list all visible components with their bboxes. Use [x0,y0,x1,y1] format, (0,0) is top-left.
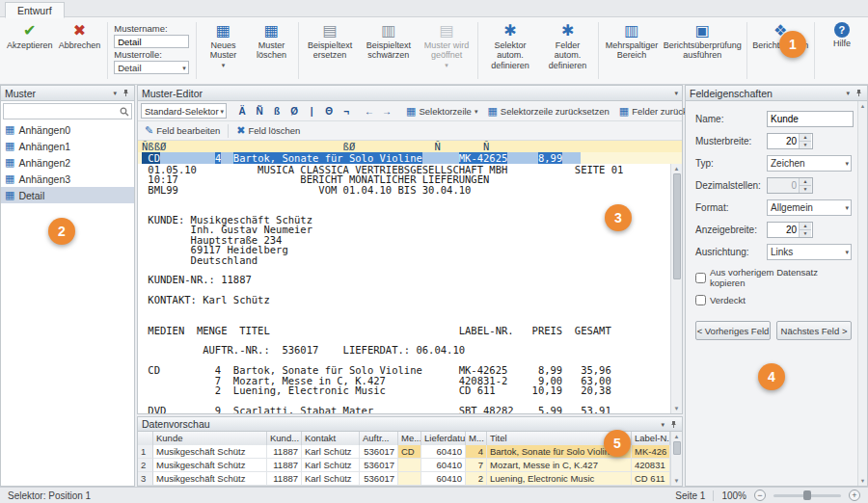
cell-label[interactable]: MK-426 [632,445,670,459]
cell-kunde[interactable]: Musikgeschäft Schütz [153,472,267,486]
scroll-down-icon[interactable]: ▼ [858,476,867,486]
cell-auftrag[interactable]: 536017 [360,459,398,472]
ausrichtung-select[interactable]: Links ▾ [767,244,852,260]
shift-left-button[interactable]: ← [362,103,377,119]
trap-blank-button[interactable]: ß [269,103,285,119]
col-header-auftrag[interactable]: Auftr... [360,432,398,446]
tab-entwurf[interactable]: Entwurf [5,2,65,18]
next-field-button[interactable]: Nächstes Feld > [776,321,852,340]
musterrolle-select[interactable]: Detail ▾ [114,61,189,74]
scroll-thumb[interactable] [673,173,681,279]
scroll-up-icon[interactable]: ▲ [671,432,682,441]
help-button[interactable]: ? Hilfe [818,19,866,82]
col-header-medien[interactable]: Me... [398,432,421,446]
auto-define-selector-button[interactable]: ✱ Selektor autom. definieren [480,19,540,82]
accept-button[interactable]: ✔ Akzeptieren [4,19,56,82]
panel-menu-icon[interactable]: ▾ [661,421,665,428]
report-sample-view[interactable]: 01.05.10 MUSICA CLASSICA VERTRIEBSGESELL… [138,164,682,413]
col-header-kunde[interactable]: Kunde [153,432,267,446]
cell-titel[interactable]: Mozart, Messe in C, K.427 [487,459,632,472]
scroll-thumb[interactable] [673,441,681,455]
cell-auftrag[interactable]: 536017 [360,445,398,459]
cell-auftrag[interactable]: 536017 [360,472,398,486]
cell-kunde[interactable]: Musikgeschäft Schütz [153,445,267,459]
report-verify-button[interactable]: ▣ Berichtsüberprüfung ausführen [662,19,744,82]
trap-nonblank-button[interactable]: Ø [286,103,302,119]
cell-kunde[interactable]: Musikgeschäft Schütz [153,459,267,472]
trap-line[interactable]: ÑßßØ ßØ Ñ Ñ [138,141,682,152]
muster-item-anhaengen3[interactable]: ▦ Anhängen3 [1,171,134,187]
muster-item-detail[interactable]: ▦ Detail [1,187,134,203]
cell-menge[interactable]: 7 [466,459,487,472]
muster-item-anhaengen0[interactable]: ▦ Anhängen0 [1,121,134,138]
cell-lieferdatum[interactable]: 60410 [421,472,466,486]
muster-search-input[interactable] [6,106,118,117]
selected-sample-line[interactable]: CD 4 Bartok, Sonate für Solo Violine MK-… [138,152,682,164]
cell-kontakt[interactable]: Karl Schütz [302,445,360,459]
pin-icon[interactable] [669,420,678,429]
cell-medien[interactable] [398,472,421,486]
zoom-slider[interactable] [773,490,841,501]
redact-sample-text-button[interactable]: ▥ Beispieltext schwärzen [358,19,419,82]
cell-label[interactable]: CD 611 [632,472,670,486]
panel-menu-icon[interactable]: ▾ [674,90,678,96]
panel-menu-icon[interactable]: ▾ [846,90,850,96]
spin-down-icon[interactable]: ▼ [800,141,811,148]
delete-template-button[interactable]: ▦ Muster löschen [247,19,295,82]
cell-medien[interactable] [398,459,421,472]
scroll-up-icon[interactable]: ▲ [671,164,682,173]
col-header-menge[interactable]: M... [466,432,487,446]
selector-type-select[interactable]: Standard-Selektor ▾ [141,103,227,119]
hidden-checkbox[interactable] [695,295,706,305]
anzeigebreite-stepper[interactable]: ▲▼ [767,222,813,238]
cell-kundennr[interactable]: 11887 [267,459,302,472]
muster-item-anhaengen2[interactable]: ▦ Anhängen2 [1,154,134,171]
shift-right-button[interactable]: → [379,103,394,119]
row-number[interactable]: 2 [138,459,153,472]
search-icon[interactable] [120,107,129,117]
typ-select[interactable]: Zeichen ▾ [767,155,852,172]
format-select[interactable]: Allgemein ▾ [767,199,852,216]
cell-menge[interactable]: 2 [466,472,487,486]
muster-item-anhaengen1[interactable]: ▦ Anhängen1 [1,138,134,154]
name-input[interactable] [767,111,854,127]
mustername-input[interactable] [114,35,189,48]
cell-label[interactable]: 420831 [632,459,670,472]
scroll-up-icon[interactable]: ▲ [858,101,867,111]
replace-sample-text-button[interactable]: ▤ Beispieltext ersetzen [302,19,358,82]
cell-kundennr[interactable]: 11887 [267,472,302,486]
cell-kundennr[interactable]: 11887 [267,445,302,459]
cell-kontakt[interactable]: Karl Schütz [302,459,360,472]
field-preis[interactable]: 8,99 [538,152,562,164]
col-header-lieferdatum[interactable]: Lieferdatu [421,432,466,446]
auto-define-fields-button[interactable]: ✱ Felder autom. definieren [540,19,596,82]
col-header-kontakt[interactable]: Kontakt [302,432,360,446]
cell-medien[interactable]: CD [398,445,421,459]
report-sample-text[interactable]: 01.05.10 MUSICA CLASSICA VERTRIEBSGESELL… [138,164,682,413]
scroll-down-icon[interactable]: ▼ [671,476,682,486]
field-medien[interactable]: CD [142,152,160,164]
panel-menu-icon[interactable]: ▾ [113,90,117,96]
spin-up-icon[interactable]: ▲ [800,223,811,229]
col-header-kundennr[interactable]: Kund... [267,432,302,446]
reset-trap-line-button[interactable]: ▦ Selektorzeile zurücksetzen [483,103,612,119]
copy-previous-checkbox[interactable] [695,273,706,283]
new-template-button[interactable]: ▦ Neues Muster ▾ [199,19,247,82]
cell-menge[interactable]: 4 [466,445,487,459]
cell-lieferdatum[interactable]: 60410 [421,459,466,472]
trap-numeric-button[interactable]: Ñ [252,103,267,119]
spin-down-icon[interactable]: ▼ [800,229,811,237]
edit-field-button[interactable]: ✎ Feld bearbeiten [141,123,224,139]
col-header-rownum[interactable] [138,432,153,446]
zoom-out-button[interactable]: − [754,490,766,501]
scroll-down-icon[interactable]: ▼ [671,404,682,413]
trap-not-button[interactable]: ¬ [339,103,354,119]
previous-field-button[interactable]: < Vorheriges Feld [695,321,771,340]
field-titel[interactable]: Bartok, Sonate für Solo Violine [233,152,422,164]
pin-icon[interactable] [122,89,130,97]
trap-alpha-button[interactable]: Ä [234,103,250,119]
pin-icon[interactable] [854,89,863,97]
cell-lieferdatum[interactable]: 60410 [421,445,466,459]
cancel-button[interactable]: ✖ Abbrechen [56,19,104,82]
delete-field-button[interactable]: ✖ Feld löschen [232,123,304,139]
